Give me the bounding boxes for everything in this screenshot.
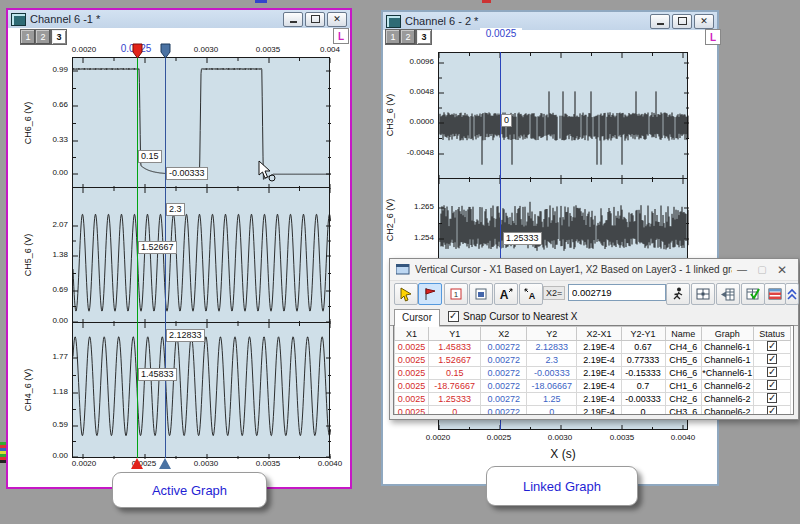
x2-input[interactable] [568,284,666,301]
cursor-line-x1[interactable] [500,52,501,264]
restore-button[interactable] [305,12,325,27]
window-channel6-1[interactable]: Channel 6 -1 * ✕ 1 2 3 L 0.0025 CH6_6 (V… [6,8,352,489]
cursor-table-button[interactable] [764,283,786,305]
window-title: Channel 6 - 2 * [405,15,650,27]
tag-x1-button[interactable]: 1 [444,283,468,305]
flag-icon [422,286,438,302]
plot-panel-ch3[interactable] [438,52,688,179]
table-cell: 2.19E-4 [577,354,621,367]
table-row[interactable]: 0.00251.526670.002722.32.19E-40.77333CH5… [395,354,791,367]
table-row[interactable]: 0.00251.253330.002721.252.19E-4-0.00333C… [395,393,791,406]
table-row[interactable]: 0.00251.458330.002722.128332.19E-40.67CH… [395,341,791,354]
collapse-dialog-button[interactable] [785,283,799,305]
add-cursor-button[interactable] [418,283,442,305]
layer-button-1[interactable]: 1 [20,29,36,45]
table-cell: 2.19E-4 [577,393,621,406]
layer-button-3[interactable]: 3 [51,29,67,45]
y-tick-label: 0.59 [40,420,68,429]
restore-button[interactable] [672,14,692,29]
plot-panel-ch5[interactable] [72,187,330,323]
status-cell[interactable] [753,341,790,354]
titlebar[interactable]: Channel 6 - 2 * ✕ [383,12,717,30]
cursor-readout-table[interactable]: X1Y1X2Y2X2-X1Y2-Y1NameGraphStatus 0.0025… [393,325,794,415]
close-icon: ✕ [700,17,708,26]
table-row[interactable]: 0.0025-18.766670.00272-18.066672.19E-40.… [395,380,791,393]
snap-cursor-checkbox[interactable] [448,311,459,322]
table-cell: -0.00333 [527,367,577,380]
status-checkbox[interactable] [767,406,777,415]
layer-button-3[interactable]: 3 [416,29,432,45]
waveform-plot [439,179,689,265]
y-tick-label: 1.265 [400,202,434,211]
status-cell[interactable] [753,406,790,416]
tab-cursor[interactable]: Cursor [394,309,440,327]
titlebar[interactable]: Channel 6 -1 * ✕ [8,10,350,28]
output-to-worksheet-button[interactable] [716,283,740,305]
table-cell: -0.00333 [621,393,665,406]
plot-panel-ch4[interactable] [72,322,330,458]
table-row[interactable]: 0.00250.150.00272-0.003332.19E-4-0.15333… [395,367,791,380]
status-cell[interactable] [753,367,790,380]
go-to-cursor-button[interactable] [666,283,690,305]
minimize-button[interactable] [650,14,670,29]
table-row[interactable]: 0.002500.0027202.19E-40CH3_6Channel6-2 [395,406,791,416]
cursor-line-x1[interactable] [137,57,138,458]
table-cell: 2.12833 [527,341,577,354]
status-checkbox[interactable] [767,380,777,390]
cursor-pin-x2-blue[interactable] [160,43,171,63]
center-cursor-button[interactable] [691,283,715,305]
layer-button-2[interactable]: 2 [400,29,416,45]
y-tick-label: 1.18 [40,387,68,396]
layer-button-1[interactable]: 1 [385,29,401,45]
snap-cursor-label: Snap Cursor to Nearest X [463,311,578,322]
cursor-value-label: 0.15 [138,150,162,163]
table-cell: 0.0025 [395,393,429,406]
dialog-titlebar[interactable]: Vertical Cursor - X1 Based on Layer1, X2… [390,259,798,281]
vertical-cursor-dialog[interactable]: Vertical Cursor - X1 Based on Layer1, X2… [389,258,799,420]
svg-text:A: A [500,288,509,302]
maximize-button[interactable]: ▢ [752,262,772,278]
table-cell: 2.19E-4 [577,380,621,393]
minimize-button[interactable] [283,12,303,27]
linked-layer-button[interactable]: L [705,29,721,45]
tag-x2-button[interactable] [469,283,493,305]
close-button[interactable]: ✕ [327,12,347,27]
cursor-marker-x2-blue[interactable] [159,458,171,469]
minimize-button[interactable]: — [732,262,752,278]
x-tick-label: 0.0030 [188,45,224,54]
status-checkbox[interactable] [767,367,777,377]
table-cell: 0.00272 [481,367,527,380]
x-tick-label: 0.0035 [250,45,286,54]
cursor-value-label: 1.52667 [138,241,177,254]
mouse-cursor [258,160,278,186]
cursor-marker-x1-red[interactable] [131,458,143,469]
font-increase-button[interactable]: A [494,283,518,305]
new-output-sheet-button[interactable] [741,283,765,305]
y-tick-label: 0.66 [40,100,68,109]
table-header-cell: X2-X1 [577,327,621,341]
status-cell[interactable] [753,354,790,367]
layer-button-2[interactable]: 2 [35,29,51,45]
status-checkbox[interactable] [767,393,777,403]
table-cell: 1.45833 [429,341,481,354]
table-cell: 0 [527,406,577,416]
cursor-line-x2[interactable] [165,57,166,458]
cursor-tool-button[interactable] [394,283,418,305]
status-checkbox[interactable] [767,341,777,351]
font-decrease-button[interactable]: A [519,283,543,305]
linked-layer-button[interactable]: L [333,28,349,44]
status-checkbox[interactable] [767,354,777,364]
active-graph-callout: Active Graph [112,472,267,508]
window-title: Channel 6 -1 * [30,13,283,25]
x-tick-label: 0.0040 [665,433,701,442]
table-cell: 2.19E-4 [577,341,621,354]
close-button[interactable]: ✕ [694,14,714,29]
cursor-value-label: -0.00333 [166,167,208,180]
status-cell[interactable] [753,380,790,393]
cursor-pin-x1-red[interactable] [132,43,143,63]
plot-panel-ch2[interactable] [438,178,688,264]
status-cell[interactable] [753,393,790,406]
close-icon: ✕ [333,15,341,24]
close-button[interactable]: ✕ [772,262,792,278]
x-tick-label: 0.0020 [66,45,102,54]
